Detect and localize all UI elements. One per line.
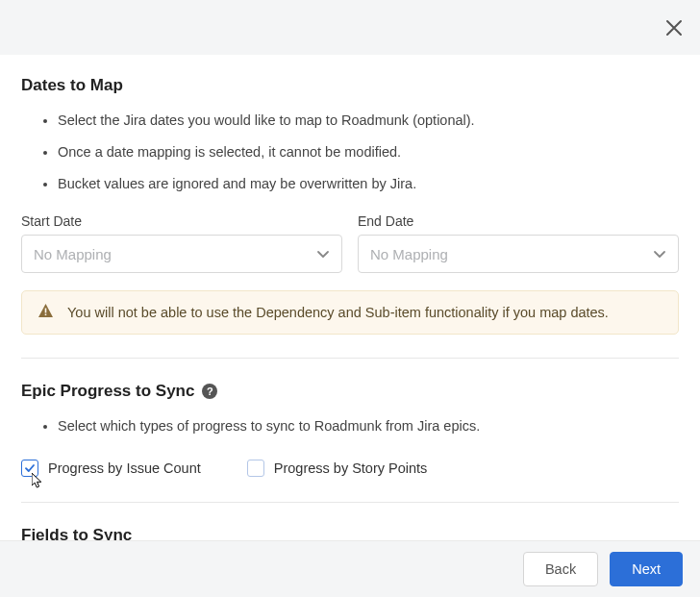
dates-to-map-bullets: Select the Jira dates you would like to …	[21, 105, 679, 200]
close-icon[interactable]	[665, 19, 683, 37]
epic-progress-title-text: Epic Progress to Sync	[21, 382, 194, 401]
checkbox-label: Progress by Issue Count	[48, 460, 201, 476]
dialog-footer: Back Next	[0, 540, 700, 597]
back-button[interactable]: Back	[523, 552, 598, 586]
epic-progress-title: Epic Progress to Sync ?	[21, 382, 679, 401]
svg-rect-0	[45, 309, 47, 313]
chevron-down-icon	[316, 247, 330, 261]
start-date-group: Start Date No Mapping	[21, 213, 342, 273]
epic-progress-bullets: Select which types of progress to sync t…	[21, 410, 679, 442]
warning-banner: You will not be able to use the Dependen…	[21, 290, 679, 335]
checkbox-label: Progress by Story Points	[274, 460, 428, 476]
end-date-label: End Date	[358, 213, 679, 229]
divider	[21, 358, 679, 359]
svg-rect-1	[45, 314, 47, 316]
start-date-label: Start Date	[21, 213, 342, 229]
checkbox-box	[247, 460, 264, 477]
bullet-item: Once a date mapping is selected, it cann…	[58, 137, 679, 168]
checkbox-story-points[interactable]: Progress by Story Points	[247, 460, 428, 477]
checkbox-issue-count[interactable]: Progress by Issue Count	[21, 460, 201, 477]
start-date-select[interactable]: No Mapping	[21, 235, 342, 273]
bullet-item: Select which types of progress to sync t…	[58, 410, 679, 442]
dialog-body: Dates to Map Select the Jira dates you w…	[0, 55, 700, 540]
checkbox-row: Progress by Issue Count Progress by Stor…	[21, 460, 679, 477]
fields-to-sync-title: Fields to Sync	[21, 526, 679, 540]
dialog-header	[0, 0, 700, 55]
divider	[21, 502, 679, 503]
start-date-value: No Mapping	[34, 246, 112, 262]
chevron-down-icon	[653, 247, 666, 261]
help-icon[interactable]: ?	[202, 384, 217, 399]
date-selects-row: Start Date No Mapping End Date No Mappin…	[21, 213, 679, 273]
checkbox-box	[21, 460, 38, 477]
warning-icon	[38, 303, 54, 322]
end-date-group: End Date No Mapping	[358, 213, 679, 273]
bullet-item: Bucket values are ignored and may be ove…	[58, 168, 679, 200]
dates-to-map-title: Dates to Map	[21, 76, 679, 95]
end-date-select[interactable]: No Mapping	[358, 235, 679, 273]
next-button[interactable]: Next	[610, 552, 683, 586]
bullet-item: Select the Jira dates you would like to …	[58, 105, 679, 137]
end-date-value: No Mapping	[370, 246, 448, 262]
warning-text: You will not be able to use the Dependen…	[67, 305, 609, 320]
